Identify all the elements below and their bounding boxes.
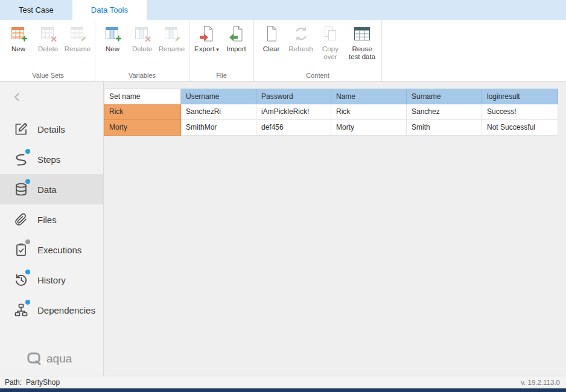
column-header-set-name[interactable]: Set name xyxy=(104,89,181,104)
table-cell[interactable]: SmithMor xyxy=(181,120,256,136)
set-name-cell[interactable]: Morty xyxy=(104,120,181,136)
table-cell[interactable]: Rick xyxy=(331,104,407,120)
notification-dot xyxy=(25,149,30,154)
column-header-username[interactable]: Username xyxy=(181,89,256,104)
collapse-sidebar-button[interactable] xyxy=(12,90,27,104)
ribbon-group-label: Value Sets xyxy=(4,70,92,81)
tab-data-tools[interactable]: Data Tools xyxy=(72,0,147,20)
rename-value-set-button: Rename xyxy=(63,22,92,54)
aqua-logo: aqua xyxy=(27,352,103,366)
clear-icon xyxy=(262,24,281,43)
import-button[interactable]: Import xyxy=(222,22,250,54)
table-cell[interactable]: SanchezRi xyxy=(181,104,256,120)
export-icon xyxy=(198,24,216,43)
rename-value-set-icon xyxy=(69,24,87,43)
table-cell[interactable]: Not Successful xyxy=(482,120,558,136)
set-name-cell[interactable]: Rick xyxy=(104,104,181,120)
history-icon xyxy=(14,273,28,287)
chevron-left-icon xyxy=(12,92,22,102)
path-value: PartyShop xyxy=(26,378,60,387)
rename-variable-button: Rename xyxy=(157,22,186,54)
delete-variable-icon xyxy=(133,24,151,43)
sidebar-item-label: Dependencies xyxy=(37,305,95,315)
sidebar-item-files[interactable]: Files xyxy=(0,204,103,235)
column-header-name[interactable]: Name xyxy=(331,89,407,104)
notification-dot xyxy=(25,300,30,305)
content-area: Set name Username Password Name Surname … xyxy=(104,82,566,376)
delete-variable-button: Delete xyxy=(128,22,156,54)
notification-dot xyxy=(25,270,30,274)
ribbon-group-label: File xyxy=(192,70,250,81)
sidebar-item-label: Files xyxy=(37,215,57,225)
reuse-test-data-icon xyxy=(353,24,371,43)
clipboard-icon xyxy=(14,242,28,257)
reuse-test-data-button[interactable]: Reuse test data xyxy=(346,22,378,62)
column-header-loginresult[interactable]: loginresult xyxy=(482,89,558,104)
database-icon xyxy=(14,182,28,197)
sidebar-item-executions[interactable]: Executions xyxy=(0,235,103,265)
sidebar-item-label: Data xyxy=(37,185,57,195)
ribbon-group-variables: New Delete xyxy=(95,20,189,81)
ribbon-group-label: Content xyxy=(257,70,378,81)
import-icon xyxy=(227,24,246,43)
new-variable-icon xyxy=(104,24,122,43)
paperclip-icon xyxy=(14,212,28,227)
edit-icon xyxy=(14,122,28,136)
status-bar: Path: PartyShop v. 19.2.113.0 xyxy=(0,376,566,388)
export-button[interactable]: Export▾ xyxy=(192,22,221,54)
column-header-password[interactable]: Password xyxy=(256,89,331,104)
table-cell[interactable]: Smith xyxy=(407,120,482,136)
sidebar: Details Steps xyxy=(0,82,104,376)
steps-icon xyxy=(14,152,28,166)
data-table: Set name Username Password Name Surname … xyxy=(104,89,558,136)
sidebar-item-steps[interactable]: Steps xyxy=(0,144,103,174)
ribbon: New Delete xyxy=(0,20,566,82)
notification-dot xyxy=(25,179,30,184)
notification-dot xyxy=(25,239,30,244)
copy-over-icon xyxy=(322,24,340,43)
ribbon-group-label: Variables xyxy=(98,70,186,81)
table-cell[interactable]: Morty xyxy=(331,120,407,136)
ribbon-group-content: Clear Refresh xyxy=(254,20,382,81)
new-value-set-button[interactable]: New xyxy=(4,22,33,54)
aqua-logo-icon xyxy=(27,352,42,366)
new-value-set-icon xyxy=(10,24,28,43)
sidebar-item-history[interactable]: History xyxy=(0,265,103,295)
aqua-logo-text: aqua xyxy=(46,352,72,365)
tab-test-case[interactable]: Test Case xyxy=(0,0,72,20)
window-bottom-bar xyxy=(0,388,566,392)
rename-variable-icon xyxy=(163,24,181,43)
refresh-button: Refresh xyxy=(287,22,315,54)
table-cell[interactable]: Sanchez xyxy=(407,104,482,120)
sidebar-item-details[interactable]: Details xyxy=(0,114,103,144)
dropdown-caret-icon: ▾ xyxy=(216,46,219,52)
sidebar-item-label: Details xyxy=(37,124,65,134)
copy-over-button: Copy over xyxy=(316,22,345,62)
table-cell[interactable]: def456 xyxy=(256,120,331,136)
ribbon-group-value-sets: New Delete xyxy=(1,20,95,81)
sidebar-item-label: History xyxy=(37,275,66,285)
sidebar-item-dependencies[interactable]: Dependencies xyxy=(0,295,103,325)
ribbon-group-file: Export▾ Import File xyxy=(189,20,254,81)
status-path: Path: PartyShop xyxy=(5,378,60,387)
sidebar-item-data[interactable]: Data xyxy=(0,174,103,204)
hierarchy-icon xyxy=(14,303,28,317)
version-label: v. 19.2.113.0 xyxy=(521,379,560,386)
sidebar-item-label: Steps xyxy=(37,154,60,165)
clear-button[interactable]: Clear xyxy=(257,22,285,54)
delete-value-set-icon xyxy=(39,24,57,43)
new-variable-button[interactable]: New xyxy=(98,22,127,54)
table-cell[interactable]: Success! xyxy=(482,104,558,120)
column-header-surname[interactable]: Surname xyxy=(407,89,482,104)
delete-value-set-button: Delete xyxy=(34,22,62,54)
path-label: Path: xyxy=(5,378,22,387)
table-cell[interactable]: iAmPickleRick! xyxy=(256,104,331,120)
sidebar-item-label: Executions xyxy=(37,245,81,255)
refresh-icon xyxy=(292,24,310,43)
ribbon-tab-bar: Test Case Data Tools xyxy=(0,0,566,20)
